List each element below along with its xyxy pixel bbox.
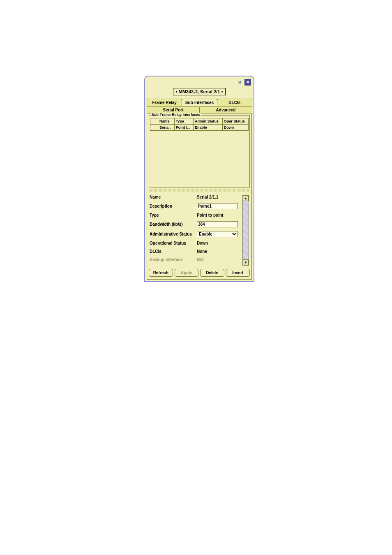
type-label: Type [150, 213, 197, 217]
page-divider [33, 61, 357, 61]
table-row[interactable]: Seria... Point t... Enable Down [150, 125, 249, 131]
fieldset-legend: Sub Frame Relay Interfaces [151, 113, 201, 117]
serial-config-dialog: ✈ ✕ • MM342-2, Serial 2/1 • Frame Relay … [144, 76, 254, 282]
bandwidth-label: Bandwidth (kb/s) [150, 222, 197, 227]
row-name: Seria... [158, 125, 175, 131]
splitter[interactable] [148, 189, 251, 192]
dlcis-value: None [197, 249, 241, 254]
form-body: Name Serial 2/1.1 Description Type Point… [150, 195, 241, 266]
oper-status-label: Operational Status [150, 241, 197, 245]
table-header-row: Name Type Admin Status Oper Status [150, 118, 249, 125]
tab-advanced[interactable]: Advanced [199, 106, 252, 113]
insert-button[interactable]: Insert [226, 269, 250, 277]
apply-button: Apply [175, 269, 199, 277]
refresh-button[interactable]: Refresh [149, 269, 173, 277]
row-oper: Down [222, 125, 248, 131]
delete-button[interactable]: Delete [200, 269, 224, 277]
scroll-down-icon[interactable]: ▼ [243, 259, 249, 265]
type-value: Point to point [197, 213, 241, 217]
button-bar: Refresh Apply Delete Insert [148, 266, 251, 278]
tab-frame-relay[interactable]: Frame Relay [147, 99, 182, 106]
name-value: Serial 2/1.1 [197, 195, 241, 199]
form-area: Name Serial 2/1.1 Description Type Point… [148, 192, 251, 266]
name-header[interactable]: Name [158, 118, 175, 125]
row-type: Point t... [174, 125, 193, 131]
titlebar: ✈ ✕ [147, 78, 252, 86]
dlcis-label: DLCIs [150, 249, 197, 254]
oper-status-value: Down [197, 241, 241, 245]
description-label: Description [150, 204, 197, 208]
row-admin: Enable [194, 125, 223, 131]
sub-if-table: Name Type Admin Status Oper Status Seria… [150, 118, 249, 131]
select-col-header [150, 118, 158, 125]
pin-icon[interactable]: ✈ [236, 78, 244, 86]
bandwidth-input[interactable] [197, 221, 238, 227]
admin-status-select[interactable]: Enable [197, 231, 238, 237]
name-label: Name [150, 195, 197, 199]
tab-dlcis[interactable]: DLCIs [217, 99, 252, 106]
close-icon[interactable]: ✕ [244, 79, 251, 86]
backup-if-value: N/A [197, 257, 241, 262]
row-select-cell[interactable] [150, 125, 158, 131]
oper-header[interactable]: Oper Status [222, 118, 248, 125]
admin-header[interactable]: Admin Status [194, 118, 223, 125]
admin-status-label: Administrative Status [150, 232, 197, 236]
backup-if-label: Backup Interface [150, 257, 197, 262]
sub-if-fieldset: Sub Frame Relay Interfaces Name Type Adm… [149, 115, 250, 187]
tabs-row1: Frame Relay Sub-Interfaces DLCIs Serial … [147, 99, 252, 113]
type-header[interactable]: Type [174, 118, 193, 125]
breadcrumb: • MM342-2, Serial 2/1 • [173, 88, 226, 95]
tab-sub-interfaces[interactable]: Sub-Interfaces [182, 99, 217, 106]
scroll-up-icon[interactable]: ▲ [243, 195, 249, 201]
form-scrollbar[interactable]: ▲ ▼ [242, 195, 249, 266]
table-empty-area [150, 131, 249, 186]
description-input[interactable] [197, 203, 238, 209]
tab-panel: Sub Frame Relay Interfaces Name Type Adm… [147, 113, 252, 280]
